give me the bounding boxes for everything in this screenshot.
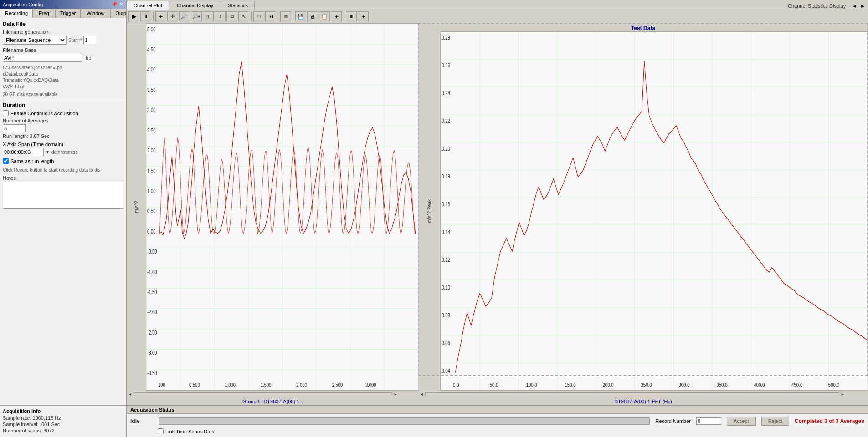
svg-text:1.00: 1.00: [147, 188, 155, 194]
right-window-controls: ◄ ►: [849, 2, 868, 10]
left-ylabel-container: m/s^2: [127, 23, 146, 391]
start-num-label: Start #: [68, 38, 82, 43]
accept-button[interactable]: Accept: [727, 417, 756, 426]
svg-text:2.500: 2.500: [332, 382, 343, 388]
svg-text:50.0: 50.0: [490, 382, 498, 388]
zoom-out-button[interactable]: 🔎-: [179, 11, 190, 21]
export-button[interactable]: ⤴: [215, 11, 226, 21]
right-chart-panel: Test Data m/s^2 Peak: [418, 23, 868, 405]
start-num-input[interactable]: 1: [83, 36, 96, 44]
tab-output[interactable]: Output: [110, 9, 127, 18]
svg-text:450.0: 450.0: [791, 382, 802, 388]
duration-section: Duration Enable Continuous Acquisition N…: [3, 100, 123, 164]
svg-text:0.08: 0.08: [442, 312, 450, 319]
left-chart-panel: m/s^2: [127, 23, 418, 405]
link-time-series-checkbox[interactable]: [158, 428, 164, 434]
filename-gen-label: Filename generation: [3, 29, 123, 35]
svg-text:0.28: 0.28: [442, 35, 450, 41]
crosshair-button[interactable]: ✛: [167, 11, 178, 21]
svg-text:0.20: 0.20: [442, 146, 450, 152]
notes-textarea[interactable]: [3, 182, 123, 209]
print-button[interactable]: 🖨: [307, 11, 318, 21]
fit-h-button[interactable]: ◫: [203, 11, 214, 21]
copy-button[interactable]: ⧉: [226, 11, 237, 21]
enable-continuous-checkbox[interactable]: [3, 110, 9, 116]
x-axis-span-label: X Axis Span (Time domain): [3, 142, 123, 147]
status-bar-title: Acquisition Status: [127, 406, 868, 414]
save-button[interactable]: 💾: [295, 11, 306, 21]
disk-space-display: 20 GB disk space available: [3, 92, 123, 97]
group-button[interactable]: ⧈: [280, 11, 291, 21]
left-panel-title: Acquisition Config: [3, 2, 43, 7]
svg-text:-1.50: -1.50: [147, 289, 157, 295]
right-chart-scrollbar-track[interactable]: [425, 392, 839, 396]
left-chart-plot: 5.00 4.50 4.00 3.50 3.00 2.50 2.00 1.50 …: [146, 23, 418, 391]
select-button[interactable]: □: [253, 11, 264, 21]
test-data-label: Test Data: [629, 25, 657, 31]
filename-base-input[interactable]: AVP: [3, 54, 82, 62]
record-number-label: Record Number: [655, 418, 691, 424]
acq-info-title: Acquisition info: [3, 408, 123, 414]
top-tab-statistics[interactable]: Statistics: [221, 1, 255, 10]
arrow-right-icon[interactable]: ►: [860, 3, 865, 9]
num-averages-input[interactable]: 3: [3, 124, 26, 132]
right-chart-scroll-left[interactable]: ◄: [418, 392, 425, 396]
begin-button[interactable]: ⏮: [265, 11, 276, 21]
close-icon[interactable]: ✕: [119, 1, 123, 7]
cursor-button[interactable]: ↖: [238, 11, 249, 21]
left-panel-titlebar: Acquisition Config 📌 ✕: [0, 0, 126, 9]
filename-gen-select[interactable]: Filename-Sequence: [3, 36, 67, 45]
x-axis-time-input[interactable]: 00:00:00:03: [3, 148, 44, 156]
pause-button[interactable]: ⏸: [140, 11, 151, 21]
toolbar: ▶ ⏸ + ✛ 🔎- 🔎+ ◫ ⤴ ⧉ ↖ □ ⏮ ⧈ 💾 🖨 📋: [127, 10, 868, 23]
svg-text:0.18: 0.18: [442, 173, 450, 180]
left-chart-xlabel: Group I - DT9837-A(00).1 -: [127, 398, 418, 405]
tab-window[interactable]: Window: [82, 9, 109, 18]
svg-text:-1.00: -1.00: [147, 269, 157, 275]
left-chart-scroll-right[interactable]: ►: [392, 392, 399, 396]
same-as-run-length-label: Same as run length: [10, 158, 54, 164]
data-file-title: Data File: [3, 21, 123, 27]
left-chart-scrollbar-track[interactable]: [134, 392, 392, 396]
copy2-button[interactable]: 📋: [319, 11, 330, 21]
tab-recording[interactable]: Recording: [0, 9, 33, 18]
filename-base-label: Filename Base: [3, 47, 123, 53]
same-as-run-length-checkbox[interactable]: [3, 158, 9, 164]
left-chart-scroll-left[interactable]: ◄: [127, 392, 134, 396]
reject-button[interactable]: Reject: [761, 417, 789, 426]
svg-text:3.50: 3.50: [147, 87, 155, 93]
completed-text: Completed 3 of 3 Averages: [795, 418, 864, 424]
zoom-in-button[interactable]: 🔎+: [191, 11, 202, 21]
enable-continuous-row: Enable Continuous Acquisition: [3, 110, 123, 116]
svg-text:-3.00: -3.00: [147, 350, 157, 356]
add-button[interactable]: +: [155, 11, 166, 21]
x-axis-dropdown-arrow[interactable]: ▼: [46, 150, 50, 154]
svg-text:3.00: 3.00: [147, 107, 155, 113]
run-length-display: Run length: 3,07 Sec: [3, 133, 123, 139]
svg-text:0.26: 0.26: [442, 62, 450, 69]
svg-text:2.00: 2.00: [147, 147, 155, 154]
play-button[interactable]: ▶: [128, 11, 139, 21]
settings-button[interactable]: ⊞: [358, 11, 369, 21]
svg-text:400.0: 400.0: [754, 382, 765, 388]
tab-freq[interactable]: Freq: [34, 9, 54, 18]
svg-text:0.0: 0.0: [453, 382, 459, 388]
arrow-left-icon[interactable]: ◄: [852, 3, 857, 9]
svg-text:4.50: 4.50: [147, 46, 155, 53]
svg-text:0.04: 0.04: [442, 367, 450, 374]
svg-text:350.0: 350.0: [716, 382, 727, 388]
filepath-display: C:\Users\steen.johansen\ApppData\Local\D…: [3, 65, 123, 90]
top-tab-channel-display[interactable]: Channel Display: [170, 1, 220, 10]
tab-trigger[interactable]: Trigger: [55, 9, 81, 18]
right-chart-scroll-right[interactable]: ►: [839, 392, 846, 396]
svg-text:4.00: 4.00: [147, 66, 155, 73]
list-button[interactable]: ≡: [346, 11, 357, 21]
top-tab-channel-plot[interactable]: Channel Plot: [127, 1, 169, 10]
svg-rect-34: [441, 32, 868, 390]
record-number-input[interactable]: 0: [696, 417, 721, 425]
zoom-button[interactable]: ⊞: [331, 11, 342, 21]
svg-text:-0.50: -0.50: [147, 249, 157, 255]
pin-icon[interactable]: 📌: [111, 1, 118, 7]
enable-continuous-label: Enable Continuous Acquisition: [10, 111, 78, 116]
toolbar-sep-1: [153, 12, 154, 21]
